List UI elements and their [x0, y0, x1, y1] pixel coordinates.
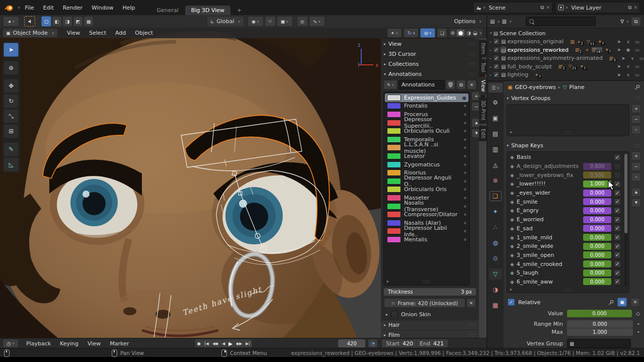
range-min-field[interactable]: 0.000	[567, 320, 633, 328]
frame-clear-button[interactable]: ✕	[466, 298, 476, 308]
thickness-slider[interactable]: Thickness 3 px	[384, 288, 476, 296]
disclosure-icon[interactable]: ▸	[490, 65, 492, 68]
eye-closed-icon[interactable]: ∨	[463, 104, 466, 108]
disclosure-icon[interactable]: ▾	[490, 31, 492, 35]
record-button[interactable]: ●	[197, 341, 201, 346]
shape-key-mute-checkbox[interactable]: ✓	[614, 251, 621, 258]
n-panel-tab-tool[interactable]: Tool	[479, 59, 487, 75]
shape-key-mute-checkbox[interactable]: ✓	[614, 234, 621, 241]
shape-key-row[interactable]: ◈A_design_adjustments0.600	[508, 162, 623, 171]
eye-closed-icon[interactable]: ∨	[463, 212, 466, 217]
panel-header-3d-cursor[interactable]: ▸3D Cursor::::	[381, 49, 479, 59]
outliner-row[interactable]: ▸✓▤expressions_reworked▤2+▽18✶7➤◉▭	[490, 46, 644, 54]
viewport-3d[interactable]: Teeth have slight z x ▣ Object Mode ∨ Vi…	[0, 28, 487, 338]
shape-key-value-slider[interactable]: 0.000	[583, 198, 611, 205]
scene-copy-icon[interactable]: ⧉	[540, 5, 544, 11]
timeline-editor-dropdown[interactable]: ◷ ∨	[3, 339, 19, 348]
panel-grip[interactable]: ::::	[468, 62, 476, 66]
shape-key-mute-checkbox[interactable]	[614, 163, 621, 170]
fake-user-shield-icon[interactable]	[446, 80, 455, 89]
panel-grip[interactable]: ::::	[633, 96, 641, 101]
disclosure-icon[interactable]: ▸	[490, 48, 492, 52]
timeline-menu-playback[interactable]: Playback	[22, 340, 55, 347]
viewport-disable-icon[interactable]: ▭	[633, 64, 641, 69]
blender-logo[interactable]	[4, 5, 13, 11]
play-reverse-button[interactable]: ◀	[222, 341, 225, 346]
vertex-groups-list[interactable]: ▸ ::::	[507, 104, 629, 136]
layer-color-swatch[interactable]	[387, 220, 401, 226]
tab-physics-icon[interactable]: ◍	[489, 237, 502, 248]
current-frame-field[interactable]: 420	[338, 339, 365, 347]
n-panel-tab-item[interactable]: Item	[479, 40, 487, 57]
layer-color-swatch[interactable]	[387, 236, 401, 243]
collection-name[interactable]: expressions_asymmetry-animated	[507, 55, 602, 61]
shape-key-edit-mode-toggle[interactable]: ▣	[617, 298, 627, 307]
n-panel-tab-3d-print[interactable]: 3D-Print	[479, 97, 487, 124]
tab-tool-icon[interactable]: ⚙	[489, 97, 502, 108]
scene-selector[interactable]: ∨ Scene ⧉ ✕	[473, 2, 552, 13]
layer-color-swatch[interactable]	[387, 203, 401, 210]
shape-key-row[interactable]: ◈6_smile_aww0.000✓	[508, 278, 623, 287]
mode-select-invert[interactable]: ◩	[73, 16, 83, 27]
disclosure-icon[interactable]: ▸	[490, 40, 492, 43]
shape-keys-scrollbar[interactable]	[624, 154, 627, 286]
tool-transform[interactable]: ⊞	[4, 124, 19, 138]
annotation-layer-row[interactable]: Frontalis∨	[385, 102, 468, 111]
panel-grip[interactable]: ::::	[468, 72, 476, 76]
view-layer-selector[interactable]: ∨ View Layer ⧉ ✕	[555, 2, 640, 13]
list-filter-arrow-icon[interactable]: ▸	[387, 279, 389, 284]
viewport-menu-object[interactable]: Object	[130, 30, 157, 36]
annotation-layer-row[interactable]: L.L.S.A.N ..si muscle)∨	[385, 144, 468, 152]
vertex-group-specials-button[interactable]: ∨	[631, 125, 641, 134]
eye-closed-icon[interactable]: ∨	[463, 237, 466, 242]
shape-key-value-slider[interactable]: 0.000	[583, 207, 611, 214]
menubar-item-render[interactable]: Render	[58, 5, 87, 11]
tool-select-box[interactable]: ➤	[4, 43, 19, 57]
list-resize-grip[interactable]: ::::	[565, 130, 572, 135]
collection-name[interactable]: lighting	[507, 71, 528, 78]
annotation-datablock-name[interactable]: Annotations	[398, 80, 445, 89]
tool-annotate[interactable]: ✎	[4, 142, 19, 156]
jump-to-end-button[interactable]: ▶|	[246, 341, 250, 346]
shape-key-value-slider[interactable]: 1.000	[583, 180, 611, 188]
shading-solid-icon[interactable]: ●	[457, 30, 465, 36]
panel-header-hair[interactable]: ▸Hair::::	[381, 320, 479, 330]
layer-color-swatch[interactable]	[387, 153, 401, 159]
eye-closed-icon[interactable]: ∨	[463, 170, 466, 175]
shape-keys-panel-header[interactable]: ▾ Shape Keys ::::	[504, 141, 644, 150]
snap-target-dropdown[interactable]: ▣ ∨	[277, 16, 293, 27]
tool-rotate[interactable]: ↻	[4, 94, 19, 108]
panel-grip[interactable]: ::::	[468, 42, 476, 46]
layer-color-swatch[interactable]	[387, 120, 401, 126]
shape-key-mute-checkbox[interactable]: ✓	[614, 207, 621, 214]
select-arrow-icon[interactable]: ➤	[615, 39, 623, 44]
object-visibility-dropdown[interactable]: ➤ ∨	[387, 28, 402, 38]
timeline-menu-keying[interactable]: Keying	[55, 340, 83, 347]
editor-type-dropdown[interactable]: ☰ ∨	[488, 82, 503, 93]
eye-closed-icon[interactable]: ∨	[463, 229, 466, 233]
shape-key-value-slider[interactable]	[583, 154, 611, 161]
outliner-display-mode-dropdown[interactable]: ▤ ∨	[490, 19, 500, 24]
tool-measure[interactable]: ◺	[4, 157, 19, 171]
panel-header-view[interactable]: ▸View::::	[381, 39, 479, 49]
tab-render-icon[interactable]: ▣	[489, 113, 502, 124]
annotation-layer-row[interactable]: Depressor Labii Infe..∨	[385, 227, 468, 236]
shape-key-row[interactable]: ◈E_sad0.000✓	[508, 224, 623, 233]
outliner-root-row[interactable]: ▾ ▤ Scene Collection	[490, 29, 644, 38]
eye-closed-icon[interactable]: ∨	[463, 221, 466, 225]
annotations-panel-header[interactable]: ▾ Annotations ::::	[381, 69, 479, 79]
shape-key-row[interactable]: ◈5_laugh0.000✓	[508, 268, 623, 278]
add-shape-key-button[interactable]: +	[631, 151, 641, 160]
collection-enable-checkbox[interactable]: ✓	[493, 47, 500, 53]
view-layer-copy-icon[interactable]: ⧉	[628, 5, 631, 11]
annotation-layer-row[interactable]: Zygomaticus∨	[385, 160, 468, 169]
mode-dropdown[interactable]: ▣ Object Mode ∨	[3, 29, 57, 37]
tab-object-icon[interactable]: ❑	[489, 191, 502, 202]
shape-key-row[interactable]: ◈Basis✓	[508, 153, 623, 162]
eye-closed-icon[interactable]: ∨	[463, 129, 466, 133]
menubar-item-edit[interactable]: Edit	[39, 5, 58, 11]
shape-key-row[interactable]: ◈E_angry0.000✓	[508, 206, 623, 215]
tab-material-icon[interactable]: ◑	[489, 284, 502, 295]
tab-object-data-icon[interactable]: ▽	[489, 268, 502, 280]
outliner-row[interactable]: ▸✓▤expressions_original▤+2▽11✶7➤∨▭	[490, 38, 644, 46]
